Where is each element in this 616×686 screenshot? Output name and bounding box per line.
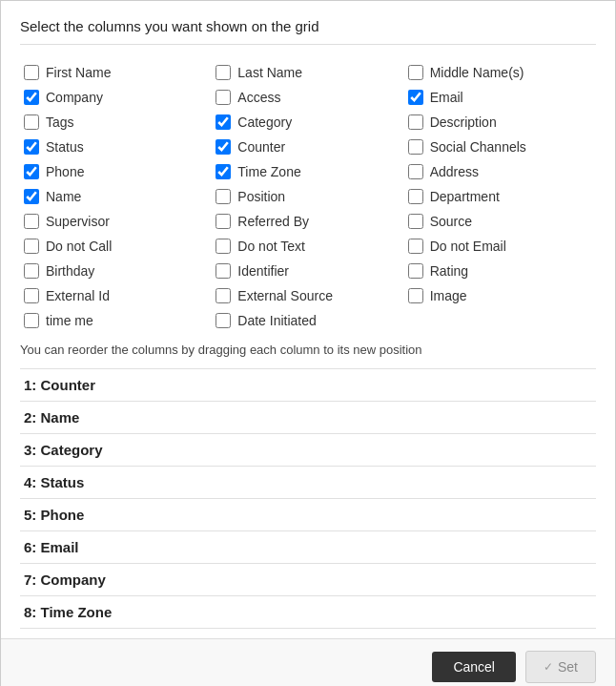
set-button[interactable]: ✓ Set	[525, 651, 596, 683]
checkbox-cb-donotcall[interactable]	[24, 239, 39, 254]
checkbox-label-cb-birthday[interactable]: Birthday	[46, 263, 94, 279]
modal-footer: Cancel ✓ Set	[1, 638, 615, 686]
checkbox-cb-identifier[interactable]	[216, 263, 231, 279]
checkbox-label-cb-name[interactable]: Name	[46, 189, 81, 204]
checkbox-label-cb-externalid[interactable]: External Id	[46, 288, 110, 303]
checkbox-item: Do not Email	[404, 234, 596, 259]
checkbox-label-cb-email[interactable]: Email	[430, 90, 463, 105]
checkbox-cb-tags[interactable]	[24, 114, 39, 130]
checkbox-label-cb-firstname[interactable]: First Name	[46, 65, 111, 80]
checkbox-cb-company[interactable]	[24, 90, 39, 105]
checkbox-cb-position[interactable]	[216, 189, 231, 204]
checkbox-cb-firstname[interactable]	[24, 65, 39, 80]
checkbox-label-cb-rating[interactable]: Rating	[430, 263, 468, 279]
checkbox-label-cb-status[interactable]: Status	[46, 139, 84, 155]
checkbox-item: Position	[212, 184, 403, 209]
checkbox-label-cb-middlename[interactable]: Middle Name(s)	[430, 65, 524, 80]
checkbox-label-cb-dateinitiated[interactable]: Date Initiated	[237, 313, 317, 328]
checkbox-label-cb-access[interactable]: Access	[237, 90, 280, 105]
ordered-list-item[interactable]: 1: Counter	[20, 368, 596, 402]
checkbox-item: Do not Text	[212, 234, 403, 259]
checkbox-item: Description	[404, 110, 596, 135]
checkbox-item: Address	[404, 159, 596, 184]
checkbox-item: Status	[20, 135, 212, 159]
checkbox-cb-counter[interactable]	[216, 139, 231, 155]
checkbox-label-cb-tags[interactable]: Tags	[46, 114, 74, 130]
checkbox-item: External Source	[212, 283, 403, 308]
ordered-list-item[interactable]: 3: Category	[20, 434, 596, 467]
checkbox-label-cb-position[interactable]: Position	[237, 189, 285, 204]
checkbox-item: Source	[404, 209, 596, 234]
checkbox-item: Access	[212, 85, 403, 110]
checkbox-cb-timezone[interactable]	[216, 164, 231, 179]
checkbox-label-cb-timeme[interactable]: time me	[46, 313, 93, 328]
checkbox-cb-donottext[interactable]	[216, 239, 231, 254]
checkbox-item: External Id	[20, 283, 212, 308]
checkbox-label-cb-image[interactable]: Image	[430, 288, 467, 303]
checkbox-cb-middlename[interactable]	[408, 65, 423, 80]
checkbox-cb-access[interactable]	[216, 90, 231, 105]
checkbox-item: Category	[212, 110, 403, 135]
checkbox-label-cb-donotcall[interactable]: Do not Call	[46, 239, 112, 254]
checkbox-label-cb-source[interactable]: Source	[430, 214, 472, 229]
checkbox-label-cb-externalsource[interactable]: External Source	[237, 288, 333, 303]
checkbox-cb-externalsource[interactable]	[216, 288, 231, 303]
checkbox-cb-email[interactable]	[408, 90, 423, 105]
column-selection-modal: Select the columns you want shown on the…	[0, 0, 616, 686]
checkbox-cb-status[interactable]	[24, 139, 39, 155]
ordered-list-item[interactable]: 8: Time Zone	[20, 596, 596, 629]
checkbox-label-cb-donottext[interactable]: Do not Text	[237, 239, 305, 254]
checkbox-item: First Name	[20, 60, 212, 85]
ordered-list-item[interactable]: 4: Status	[20, 467, 596, 499]
checkbox-label-cb-address[interactable]: Address	[430, 164, 479, 179]
checkbox-cb-description[interactable]	[408, 114, 423, 130]
checkbox-label-cb-phone[interactable]: Phone	[46, 164, 84, 179]
checkbox-label-cb-donotemail[interactable]: Do not Email	[430, 239, 506, 254]
checkbox-cb-department[interactable]	[408, 189, 423, 204]
checkbox-item: Counter	[212, 135, 403, 159]
checkbox-label-cb-department[interactable]: Department	[430, 189, 500, 204]
checkbox-item: Do not Call	[20, 234, 212, 259]
checkbox-item: Department	[404, 184, 596, 209]
checkbox-label-cb-identifier[interactable]: Identifier	[237, 263, 289, 279]
checkbox-cb-lastname[interactable]	[216, 65, 231, 80]
checkbox-cb-rating[interactable]	[408, 263, 423, 279]
checkbox-label-cb-description[interactable]: Description	[430, 114, 497, 130]
checkbox-cb-referredby[interactable]	[216, 214, 231, 229]
checkbox-label-cb-supervisor[interactable]: Supervisor	[46, 214, 110, 229]
checkbox-item: Middle Name(s)	[404, 60, 596, 85]
checkbox-item: Social Channels	[404, 135, 596, 159]
checkbox-cb-name[interactable]	[24, 189, 39, 204]
checkbox-cb-phone[interactable]	[24, 164, 39, 179]
checkbox-cb-donotemail[interactable]	[408, 239, 423, 254]
checkbox-item: Tags	[20, 110, 212, 135]
checkbox-cb-address[interactable]	[408, 164, 423, 179]
checkbox-label-cb-company[interactable]: Company	[46, 90, 103, 105]
set-label: Set	[558, 659, 578, 675]
checkbox-label-cb-category[interactable]: Category	[237, 114, 292, 130]
ordered-columns-list: 1: Counter2: Name3: Category4: Status5: …	[20, 368, 596, 629]
ordered-list-item[interactable]: 5: Phone	[20, 499, 596, 531]
ordered-list-item[interactable]: 7: Company	[20, 564, 596, 596]
checkbox-label-cb-timezone[interactable]: Time Zone	[237, 164, 300, 179]
checkbox-cb-supervisor[interactable]	[24, 214, 39, 229]
checkbox-cb-category[interactable]	[216, 114, 231, 130]
checkbox-cb-timeme[interactable]	[24, 313, 39, 328]
checkbox-label-cb-socialchannels[interactable]: Social Channels	[430, 139, 526, 155]
checkbox-cb-socialchannels[interactable]	[408, 139, 423, 155]
ordered-list-item[interactable]: 2: Name	[20, 402, 596, 434]
checkbox-cb-externalid[interactable]	[24, 288, 39, 303]
cancel-button[interactable]: Cancel	[432, 652, 516, 682]
checkbox-label-cb-counter[interactable]: Counter	[237, 139, 285, 155]
checkbox-cb-dateinitiated[interactable]	[216, 313, 231, 328]
checkbox-item: Date Initiated	[212, 308, 403, 333]
checkbox-label-cb-referredby[interactable]: Referred By	[237, 214, 309, 229]
ordered-list-item[interactable]: 6: Email	[20, 531, 596, 564]
checkbox-item: Time Zone	[212, 159, 403, 184]
checkbox-grid: First NameLast NameMiddle Name(s)Company…	[20, 60, 596, 333]
checkbox-item: Phone	[20, 159, 212, 184]
checkbox-cb-source[interactable]	[408, 214, 423, 229]
checkbox-cb-image[interactable]	[408, 288, 423, 303]
checkbox-cb-birthday[interactable]	[24, 263, 39, 279]
checkbox-label-cb-lastname[interactable]: Last Name	[237, 65, 302, 80]
